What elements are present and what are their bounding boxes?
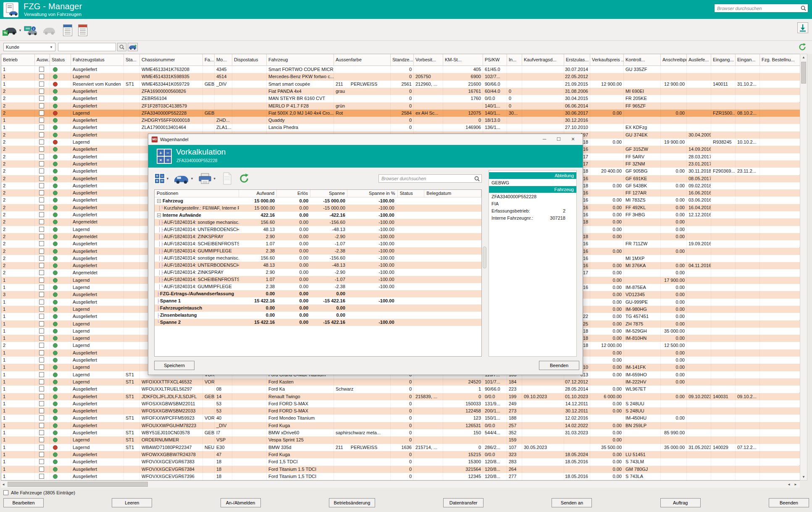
row-checkbox[interactable] — [39, 110, 44, 116]
beenden-button[interactable]: Beenden — [769, 498, 809, 507]
filter-field-select[interactable]: Kunde ▼ — [3, 43, 55, 51]
filter-search-input[interactable] — [58, 45, 123, 50]
row-checkbox[interactable] — [39, 168, 44, 173]
column-header[interactable]: KM-St... — [443, 54, 483, 66]
row-checkbox[interactable] — [39, 423, 44, 428]
tree-column-header[interactable]: Spanne in % — [347, 190, 398, 197]
row-checkbox[interactable] — [39, 205, 44, 210]
column-header[interactable]: Eingan... — [736, 54, 760, 66]
tree-row[interactable]: │├AUF/18240314: SCHEIBENFROSTSCH...1.070… — [155, 276, 481, 283]
row-checkbox[interactable] — [39, 89, 44, 94]
tree-row[interactable]: │├AUF/18240314: SCHEIBENFROSTSCH...1.070… — [155, 240, 481, 247]
tree-row[interactable]: │└Kurzfahrgestellnr.: FEIWAF, Interne F.… — [155, 205, 481, 212]
row-checkbox[interactable] — [39, 219, 44, 224]
column-header[interactable]: Erstzulas... — [564, 54, 590, 66]
table-row[interactable]: 1AusgeliefertWME4513341K7632084345Smart … — [1, 66, 800, 73]
row-checkbox[interactable] — [39, 328, 44, 333]
row-checkbox[interactable] — [39, 386, 44, 391]
row-checkbox[interactable] — [39, 176, 44, 181]
tree-column-header[interactable]: Erlös — [277, 190, 310, 197]
row-checkbox[interactable] — [39, 357, 44, 362]
row-checkbox[interactable] — [39, 292, 44, 297]
vertical-scrollbar[interactable]: ▲ ▼ — [800, 54, 807, 480]
header-search-input[interactable] — [715, 6, 799, 11]
tree-row[interactable]: ├Spanne 115 422.160.00-15 422.16-100.00 — [155, 297, 481, 305]
tree-row[interactable]: │├AUF/18240314: sonstige mechanisc...156… — [155, 219, 481, 226]
column-header[interactable]: Eingang... — [711, 54, 736, 66]
tree-row[interactable]: Fahrzeug15 000.000.00-15 000.00-100.00 — [155, 197, 481, 205]
betriebsaenderung-button[interactable]: Betriebsänderung — [329, 498, 375, 507]
table-row[interactable]: 1AusgeliefertWFOSXXGBWSBM2203353Ford FOR… — [1, 407, 800, 415]
row-checkbox[interactable] — [39, 336, 44, 341]
row-checkbox[interactable] — [39, 132, 44, 137]
table-row[interactable]: 1LagerndST1ORDERNUMMERVSPVespa Sprint 12… — [1, 436, 800, 444]
row-checkbox[interactable] — [39, 430, 44, 435]
column-header[interactable]: Mo... — [215, 54, 232, 66]
tree-row[interactable]: ├FZG-Ertrags-/Aufwandserfassung0.000.000… — [155, 290, 481, 297]
row-checkbox[interactable] — [39, 372, 44, 377]
table-row[interactable]: 1AusgeliefertST1JDKFDLJFLJDLFJLSDJFLGEB1… — [1, 393, 800, 400]
row-checkbox[interactable] — [39, 67, 44, 72]
vehicle-percent-button[interactable]: % ▼ — [3, 23, 22, 38]
table-row[interactable]: 2LagerndZFA3340000P552228GEBFiat 500X 2,… — [1, 110, 800, 117]
column-header[interactable]: Chassisnummer — [140, 54, 203, 66]
row-checkbox[interactable] — [39, 139, 44, 144]
column-header[interactable]: Ausliefe... — [687, 54, 711, 66]
row-checkbox[interactable] — [39, 415, 44, 420]
table-row[interactable]: 1AusgeliefertWFOVXXGCEVGR6738318Ford 1,5… — [1, 458, 800, 465]
column-header[interactable]: Fzg. Bestellnu... — [760, 54, 800, 66]
dialog-titlebar[interactable]: MD Wagenhandel ─ ☐ × — [148, 134, 583, 145]
column-header[interactable]: Betrieb — [1, 54, 35, 66]
senden-an-button[interactable]: Senden an — [552, 498, 592, 507]
beenden-dialog-button[interactable]: Beenden — [539, 361, 579, 370]
table-row[interactable]: 1AusgeliefertWFOVXXGCEVGR6738418Ford Tit… — [1, 466, 800, 473]
table-row[interactable]: 1LagerndWME4514331K5989354514Mercedes-Be… — [1, 73, 800, 80]
minimize-button[interactable]: ─ — [537, 135, 552, 144]
tree-row[interactable]: ├Fahrzeugeintausch0.000.000.00 — [155, 305, 481, 312]
column-header[interactable]: PS/KW — [483, 54, 507, 66]
table-row[interactable]: 1AusgeliefertWFOVXXGCEVGR6739618Ford Tit… — [1, 473, 800, 480]
row-checkbox[interactable] — [39, 125, 44, 130]
row-checkbox[interactable] — [39, 154, 44, 159]
row-checkbox[interactable] — [39, 394, 44, 399]
row-checkbox[interactable] — [39, 445, 44, 450]
column-header[interactable]: Fahrzeug — [267, 54, 334, 66]
column-header[interactable]: Standze... — [391, 54, 414, 66]
list-report-blue-button[interactable] — [63, 23, 72, 38]
row-checkbox[interactable] — [39, 365, 44, 370]
bearbeiten-button[interactable]: Bearbeiten — [3, 498, 44, 507]
row-checkbox[interactable] — [39, 437, 44, 442]
row-checkbox[interactable] — [39, 118, 44, 123]
column-header[interactable]: Dispostatus — [232, 54, 267, 66]
tree-row[interactable]: Interne Aufwände422.160.00-422.16-100.00 — [155, 212, 481, 219]
column-header[interactable]: Fa... — [203, 54, 215, 66]
table-row[interactable]: 1Reserviert vom KundenST1WME4533441K0597… — [1, 81, 800, 88]
row-checkbox[interactable] — [39, 183, 44, 188]
tree-row[interactable]: │├AUF/18240314: GUMMIPFLEGE2.380.00-2.38… — [155, 247, 481, 255]
tree-row[interactable]: │├AUF/18240314: sonstige mechanisc...156… — [155, 255, 481, 262]
scroll-down-arrow[interactable]: ▼ — [800, 474, 807, 480]
auftrag-button[interactable]: Auftrag — [660, 498, 701, 507]
column-header[interactable]: Ausw... — [35, 54, 50, 66]
table-row[interactable]: 1AusgeliefertWFOUXXWPGUHM78223_DIVFord K… — [1, 422, 800, 429]
column-header[interactable]: Sta... — [124, 54, 140, 66]
horizontal-scrollbar[interactable]: ◄ ◄ ► — [1, 480, 800, 488]
tree-column-header[interactable]: Spanne — [310, 190, 347, 197]
row-checkbox[interactable] — [39, 278, 44, 283]
row-checkbox[interactable] — [39, 270, 44, 275]
add-vehicle-button[interactable] — [128, 43, 138, 51]
close-icon[interactable]: × — [566, 135, 580, 144]
table-row[interactable]: 1LagerndST1WBAWD71080PR22347NEUE30BMW 33… — [1, 444, 800, 451]
tree-row[interactable]: │├AUF/18240314: UNTERBODENSCHUTZ48.130.0… — [155, 262, 481, 269]
row-checkbox[interactable] — [39, 467, 44, 472]
row-checkbox[interactable] — [39, 408, 44, 413]
row-checkbox[interactable] — [39, 249, 44, 254]
row-checkbox[interactable] — [39, 307, 44, 312]
row-checkbox[interactable] — [39, 299, 44, 305]
hscroll-thumb[interactable] — [8, 482, 148, 487]
tree-row[interactable]: │├AUF/18240314: ZINKSPRAY2.900.00-2.90-1… — [155, 269, 481, 276]
vehicle-cash-info-button[interactable]: i — [24, 23, 38, 38]
column-header[interactable]: Fahrzeugstatus — [71, 54, 124, 66]
table-row[interactable]: 1AusgeliefertWFOSXXGBWSBM2201153Ford FOR… — [1, 400, 800, 407]
table-row[interactable]: 2AusgeliefertZF1F28T03C4138579MERLO P 41… — [1, 102, 800, 110]
